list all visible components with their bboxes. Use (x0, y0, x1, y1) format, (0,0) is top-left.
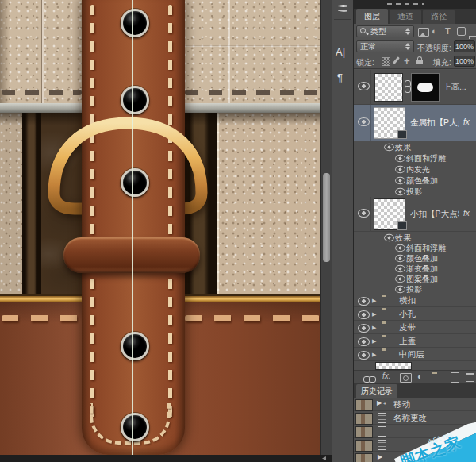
scrollbar-thumb[interactable] (323, 173, 330, 262)
strap-hole-3 (121, 168, 149, 197)
effect-row-bevel[interactable]: 斜面和浮雕 (354, 242, 476, 252)
group-name[interactable]: 中间层 (399, 349, 424, 360)
canvas-scrollbar[interactable] (320, 0, 332, 455)
group-collapse-icon[interactable]: ▶ (372, 298, 376, 304)
history-row-clipped[interactable]: ▶ (354, 452, 476, 462)
effect-row-color-overlay[interactable]: 颜色叠加 (354, 175, 476, 186)
group-collapse-icon[interactable]: ▶ (372, 338, 376, 345)
filter-type-layers-icon[interactable]: T (445, 26, 451, 36)
group-collapse-icon[interactable]: ▶ (372, 352, 376, 358)
effects-header-row[interactable]: 效果 (354, 141, 476, 152)
effect-eye-icon[interactable] (395, 255, 405, 262)
tab-history[interactable]: 历史记录 (356, 384, 397, 398)
fill-value[interactable]: 100% (454, 56, 475, 67)
group-name[interactable]: 皮带 (399, 322, 416, 333)
visibility-eye-icon[interactable] (358, 117, 370, 126)
lock-move-icon[interactable]: + (404, 55, 410, 67)
group-row-topcover[interactable]: ▶ 上盖 (354, 334, 476, 348)
history-step-label[interactable]: 名称更改 (393, 413, 427, 424)
group-row-crossbuckle[interactable]: ▶ 横扣 (354, 294, 476, 307)
blend-mode-dropdown[interactable]: 正常 (356, 40, 414, 52)
effect-row-drop-shadow[interactable]: 投影 (354, 283, 476, 294)
history-state-thumbnail (355, 440, 373, 452)
effect-row-gradient-overlay[interactable]: 渐变叠加 (354, 263, 476, 273)
effect-row-color-overlay[interactable]: 颜色叠加 (354, 252, 476, 263)
visibility-eye-icon[interactable] (358, 82, 370, 90)
tab-paths[interactable]: 路径 (423, 10, 455, 24)
eye-cell[interactable] (354, 197, 371, 232)
tab-layers[interactable]: 图层 (356, 9, 388, 24)
group-name[interactable]: 上盖 (399, 336, 416, 347)
group-collapse-icon[interactable]: ▶ (372, 325, 376, 331)
group-collapse-icon[interactable]: ▶ (372, 311, 376, 318)
character-panel-icon[interactable]: A| (336, 46, 345, 58)
history-step-icon (378, 426, 386, 437)
layer-name[interactable]: 小扣【P大点S】 (410, 209, 459, 220)
layer-mask-thumbnail[interactable] (411, 73, 440, 102)
effect-eye-icon[interactable] (395, 275, 405, 283)
effect-eye-icon[interactable] (384, 234, 394, 241)
visibility-eye-icon[interactable] (358, 351, 370, 360)
layer-row-top-highlight[interactable]: 上高... (354, 70, 476, 105)
history-row-clipped[interactable] (354, 425, 476, 438)
scroll-arrow-icon[interactable] (322, 456, 326, 460)
effect-eye-icon[interactable] (395, 155, 405, 162)
group-row-belt[interactable]: ▶ 皮带 (354, 321, 476, 334)
history-step-label[interactable]: 移动 (393, 399, 410, 410)
effect-row-pattern-overlay[interactable]: 图案叠加 (354, 273, 476, 283)
visibility-eye-icon[interactable] (358, 297, 370, 306)
effect-eye-icon[interactable] (395, 265, 405, 272)
visibility-eye-icon[interactable] (358, 310, 370, 319)
group-name[interactable]: 小孔 (399, 309, 416, 320)
filter-adjustment-layers-icon[interactable]: ◐ (432, 26, 437, 36)
layer-fx-indicator[interactable]: fx (463, 209, 470, 218)
visibility-eye-icon[interactable] (358, 337, 370, 346)
opacity-value[interactable]: 100% (454, 40, 475, 52)
layer-name[interactable]: 金属扣【P大点... (410, 117, 459, 129)
lock-paint-icon[interactable] (393, 56, 400, 64)
canvas[interactable] (0, 0, 320, 455)
effect-eye-icon[interactable] (395, 188, 405, 195)
filter-kind-dropdown[interactable]: 类型 (356, 25, 414, 37)
filter-pixel-layers-icon[interactable] (418, 28, 429, 37)
eye-cell[interactable] (354, 105, 371, 141)
effect-row-inner-glow[interactable]: 内发光 (354, 164, 476, 175)
layer-row-metal-buckle-selected[interactable]: 金属扣【P大点... fx (354, 105, 476, 141)
effect-eye-icon[interactable] (395, 177, 405, 184)
paragraph-panel-icon[interactable]: ¶ (337, 71, 343, 83)
group-row-smallholes[interactable]: ▶ 小孔 (354, 307, 476, 321)
lock-transparency-icon[interactable] (382, 57, 390, 66)
layer-name[interactable]: 上高... (443, 82, 466, 93)
group-row-middlelayer[interactable]: ▶ 中间层 (354, 348, 476, 361)
layer-thumbnail[interactable] (374, 73, 403, 102)
new-layer-icon[interactable] (451, 372, 459, 383)
lock-all-icon[interactable] (416, 60, 423, 64)
visibility-eye-icon[interactable] (358, 324, 370, 333)
delete-layer-icon[interactable] (466, 373, 474, 382)
history-row-move[interactable]: ▶ + 移动 (354, 398, 476, 411)
clipped-layer-thumbnail[interactable] (375, 362, 412, 370)
eye-cell[interactable] (354, 70, 371, 105)
add-layer-style-icon[interactable]: fx. (382, 372, 391, 380)
visibility-eye-icon[interactable] (358, 209, 370, 218)
layer-fx-indicator[interactable]: fx (463, 117, 470, 126)
add-adjustment-icon[interactable]: ◐ (417, 372, 423, 381)
tool-presets-icon[interactable] (336, 4, 349, 14)
effect-eye-icon[interactable] (395, 244, 405, 252)
mask-link-icon[interactable] (405, 80, 411, 93)
link-layers-icon[interactable] (363, 376, 376, 383)
effects-header-row[interactable]: 效果 (354, 232, 476, 242)
add-mask-icon[interactable] (400, 373, 412, 383)
effect-row-drop-shadow[interactable]: 投影 (354, 186, 476, 197)
effect-eye-icon[interactable] (395, 286, 405, 293)
effect-eye-icon[interactable] (384, 144, 394, 151)
tab-channels[interactable]: 通道 (390, 10, 421, 24)
move-plus-icon: + (383, 401, 386, 406)
effect-row-bevel[interactable]: 斜面和浮雕 (354, 152, 476, 164)
layer-row-small-buckle[interactable]: 小扣【P大点S】 fx (354, 197, 476, 232)
effect-eye-icon[interactable] (395, 166, 405, 173)
history-row-clipped[interactable] (354, 438, 476, 452)
filter-shape-layers-icon[interactable] (457, 27, 466, 36)
group-name[interactable]: 横扣 (399, 295, 416, 306)
history-row-rename[interactable]: 名称更改 (354, 411, 476, 425)
